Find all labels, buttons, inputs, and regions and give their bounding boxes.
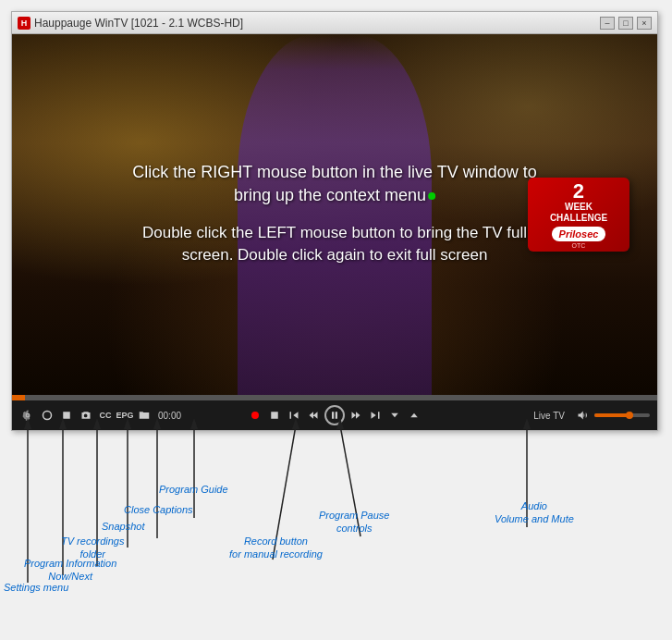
close-button[interactable]: × xyxy=(637,17,652,30)
app-window: H Hauppauge WinTV [1021 - 2.1 WCBS-HD] –… xyxy=(11,11,658,431)
title-bar: H Hauppauge WinTV [1021 - 2.1 WCBS-HD] –… xyxy=(12,12,657,34)
ad-sub: OTC xyxy=(572,242,586,249)
close-captions-label: Close Captions xyxy=(124,503,193,516)
ad-logo: Prilosec xyxy=(552,227,606,241)
annotations-layer: Settings menu Program InformationNow/Nex… xyxy=(0,398,672,640)
svg-marker-22 xyxy=(523,418,531,429)
svg-marker-14 xyxy=(153,418,161,429)
svg-marker-6 xyxy=(24,418,31,429)
overlay-line2: Double click the LEFT mouse button to br… xyxy=(125,222,544,266)
svg-marker-10 xyxy=(93,418,101,429)
record-button-label: Record buttonfor manual recording xyxy=(229,535,323,561)
ad-overlay: 2WEEKCHALLENGE Prilosec OTC xyxy=(528,178,629,252)
green-indicator xyxy=(428,192,435,200)
overlay-instructions: Click the RIGHT mouse button in the live… xyxy=(125,161,544,266)
window-title: Hauppauge WinTV [1021 - 2.1 WCBS-HD] xyxy=(34,17,243,30)
video-display[interactable]: Click the RIGHT mouse button in the live… xyxy=(12,34,657,395)
svg-marker-16 xyxy=(190,418,198,429)
svg-marker-18 xyxy=(292,418,299,429)
program-pause-label: Program Pausecontrols xyxy=(319,509,389,535)
title-bar-left: H Hauppauge WinTV [1021 - 2.1 WCBS-HD] xyxy=(18,17,243,30)
svg-marker-12 xyxy=(124,418,131,429)
ad-badge: 2WEEKCHALLENGE xyxy=(550,181,607,224)
overlay-line1: Click the RIGHT mouse button in the live… xyxy=(125,161,544,207)
tv-recordings-label: TV recordingsfolder xyxy=(61,535,124,561)
svg-marker-20 xyxy=(336,418,344,429)
snapshot-label: Snapshot xyxy=(102,520,144,533)
maximize-button[interactable]: □ xyxy=(618,17,633,30)
minimize-button[interactable]: – xyxy=(600,17,615,30)
svg-marker-8 xyxy=(59,418,67,429)
program-guide-label: Program Guide xyxy=(159,483,228,496)
app-icon: H xyxy=(18,17,31,30)
audio-volume-label: AudioVolume and Mute xyxy=(495,499,574,526)
window-controls[interactable]: – □ × xyxy=(600,17,652,30)
